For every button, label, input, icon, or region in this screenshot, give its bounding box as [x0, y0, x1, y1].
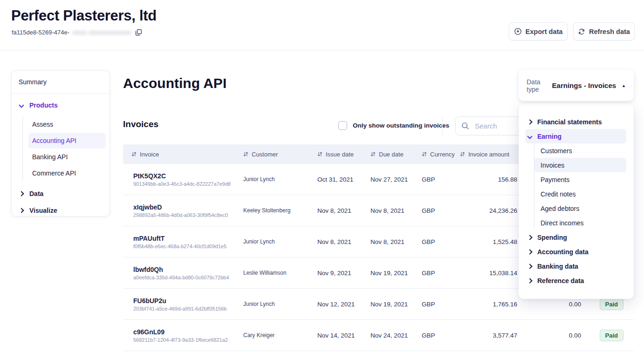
- sort-icon: [317, 151, 322, 157]
- customer-cell: Leslie Williamson: [243, 270, 317, 276]
- table-row[interactable]: c96GnL09 568211b7-1204-4f73-9a33-1f6ece6…: [123, 320, 634, 351]
- chevron-right-icon: [19, 191, 24, 196]
- balance-cell: 0.00: [520, 332, 581, 339]
- data-type-selector[interactable]: Data type Earnings - Invoices ▲: [519, 70, 634, 101]
- invoice-id: xIqjwbeD: [133, 203, 162, 211]
- invoice-uuid: 901349bb-a0e3-45c3-a4dc-822227a7e9d8: [133, 181, 231, 187]
- header-divider: [0, 50, 644, 50]
- customer-cell: Junior Lynch: [243, 176, 317, 183]
- data-type-label: Data type: [527, 78, 547, 93]
- column-header-label: Currency: [430, 151, 455, 158]
- menu-item-label: Accounting data: [537, 248, 589, 256]
- chevron-right-icon: [19, 208, 24, 213]
- issue-date-cell: Nov 8, 2021: [317, 238, 370, 245]
- invoice-id: FU6bUP2u: [133, 297, 166, 305]
- menu-item-invoices[interactable]: Invoices: [534, 158, 626, 172]
- issue-date-cell: Nov 8, 2021: [317, 207, 370, 214]
- export-data-label: Export data: [526, 28, 563, 35]
- balance-cell: 0.00: [520, 301, 581, 308]
- filter-search-divider: [442, 117, 443, 135]
- menu-item-label: Earning: [537, 133, 562, 140]
- outstanding-filter: Only show outstanding invoices: [338, 121, 449, 130]
- refresh-icon: [578, 28, 585, 35]
- status-cell: Paid: [581, 330, 634, 341]
- copy-icon[interactable]: [135, 29, 142, 36]
- menu-item-direct-incomes[interactable]: Direct incomes: [534, 216, 626, 230]
- chevron-right-icon: [527, 235, 532, 240]
- sidebar-item-banking-api[interactable]: Banking API: [28, 149, 106, 165]
- menu-item-earning[interactable]: Earning: [525, 129, 626, 143]
- outstanding-checkbox[interactable]: [338, 121, 347, 130]
- menu-item-aged-debtors[interactable]: Aged debtors: [534, 201, 626, 216]
- chevron-right-icon: [527, 249, 532, 254]
- column-header-label: Invoice amount: [468, 151, 509, 158]
- currency-cell: GBP: [422, 270, 460, 277]
- column-header-currency[interactable]: Currency: [422, 151, 460, 158]
- sidebar-item-accounting-api[interactable]: Accounting API: [28, 133, 106, 149]
- export-data-button[interactable]: Export data: [509, 22, 568, 41]
- sidebar-item-data[interactable]: Data: [12, 185, 110, 202]
- menu-item-payments[interactable]: Payments: [534, 172, 626, 187]
- menu-item-financial-statements[interactable]: Financial statements: [525, 115, 626, 129]
- due-date-cell: Nov 8, 2021: [370, 207, 422, 214]
- menu-item-label: Banking data: [537, 263, 578, 270]
- menu-item-banking-data[interactable]: Banking data: [525, 259, 626, 273]
- column-header-due-date[interactable]: Due date: [370, 151, 422, 158]
- invoice-uuid: 203bf741-a5ce-469d-a991-6d2bff35156b: [133, 306, 226, 311]
- sidebar-item-summary[interactable]: Summary: [12, 71, 110, 94]
- sidebar-data-label: Data: [29, 190, 43, 197]
- issue-date-cell: Nov 12, 2021: [317, 301, 370, 308]
- data-type-menu: Financial statementsEarningCustomersInvo…: [519, 103, 634, 299]
- sidebar-item-products[interactable]: Products: [12, 94, 110, 113]
- company-id-visible: fa115de8-5269-474e-: [12, 29, 69, 36]
- issue-date-cell: Nov 14, 2021: [317, 332, 370, 339]
- customer-cell: Junior Lynch: [243, 238, 317, 245]
- invoice-uuid: a0eefdca-335d-494a-bd80-0c6079c72bb4: [133, 275, 229, 280]
- menu-item-label: Financial statements: [537, 118, 602, 126]
- chevron-down-icon: [527, 134, 532, 139]
- invoice-amount-cell: 3,577.47: [460, 332, 520, 339]
- menu-item-spending[interactable]: Spending: [525, 230, 626, 244]
- invoice-uuid: 568211b7-1204-4f73-9a33-1f6ece6821a2: [133, 337, 228, 343]
- menu-item-label: Spending: [537, 234, 567, 241]
- invoice-amount-cell: 1,525.48: [460, 238, 520, 245]
- menu-item-customers[interactable]: Customers: [534, 143, 626, 158]
- invoice-amount-cell: 156.88: [460, 176, 520, 183]
- chevron-right-icon: [527, 278, 532, 283]
- chevron-right-icon: [527, 119, 532, 124]
- sort-icon: [370, 151, 376, 157]
- due-date-cell: Nov 24, 2021: [370, 332, 422, 339]
- column-header-customer[interactable]: Customer: [243, 151, 317, 158]
- accounting-portal-page: Perfect Plasterers, ltd fa115de8-5269-47…: [0, 0, 644, 352]
- column-header-invoice[interactable]: Invoice: [123, 151, 243, 158]
- sidebar-item-visualize[interactable]: Visualize: [12, 202, 110, 219]
- invoice-id: c96GnL09: [133, 328, 164, 336]
- invoices-section-title: Invoices: [123, 119, 158, 129]
- sidebar-item-commerce-api[interactable]: Commerce API: [28, 165, 106, 181]
- invoice-amount-cell: 1,765.16: [460, 301, 520, 308]
- due-date-cell: Nov 19, 2021: [370, 301, 422, 308]
- menu-item-accounting-data[interactable]: Accounting data: [525, 244, 626, 259]
- menu-item-reference-data[interactable]: Reference data: [525, 273, 626, 288]
- column-header-issue-date[interactable]: Issue date: [317, 151, 370, 158]
- sidebar-item-assess[interactable]: Assess: [28, 116, 106, 132]
- status-badge: Paid: [600, 330, 623, 341]
- refresh-data-button[interactable]: Refresh data: [573, 22, 635, 41]
- invoice-amount-cell: 24,236.26: [460, 207, 520, 214]
- company-name-title: Perfect Plasterers, ltd: [11, 7, 157, 24]
- currency-cell: GBP: [422, 332, 460, 339]
- sidebar-products-children: Assess Accounting API Banking API Commer…: [12, 113, 110, 185]
- chevron-right-icon: [527, 264, 532, 269]
- menu-item-credit-notes[interactable]: Credit notes: [534, 187, 626, 201]
- invoice-id: lbwfd0Qh: [133, 266, 163, 273]
- chevron-down-icon: [19, 102, 24, 108]
- menu-child-group: CustomersInvoicesPaymentsCredit notesAge…: [519, 143, 634, 230]
- currency-cell: GBP: [422, 207, 460, 214]
- column-header-invoice-amount[interactable]: Invoice amount: [460, 151, 520, 158]
- issue-date-cell: Nov 9, 2021: [317, 270, 370, 277]
- sort-icon: [460, 151, 465, 157]
- cloud-download-icon: [514, 27, 522, 35]
- search-icon: [461, 122, 469, 130]
- outstanding-checkbox-label: Only show outstanding invoices: [353, 122, 449, 129]
- sidebar: Summary Products Assess Accounting API B…: [11, 70, 110, 217]
